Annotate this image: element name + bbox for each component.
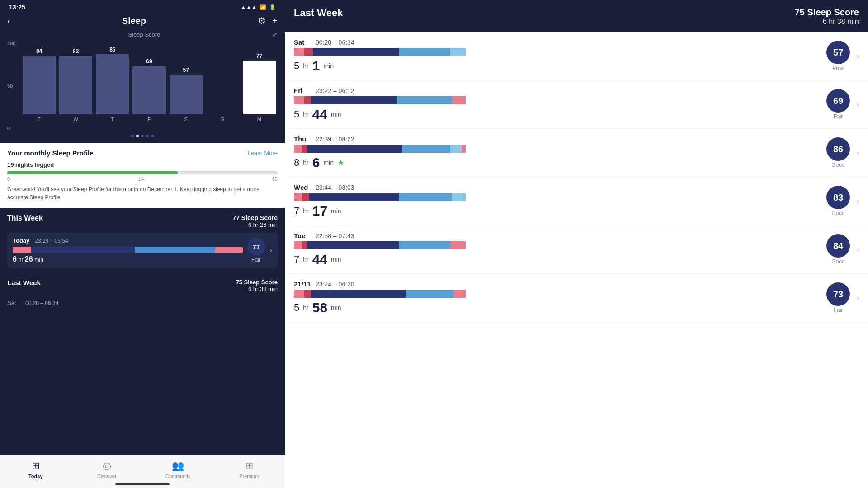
chart-area: 100 50 0 84T83W86T69F57SS77M	[7, 41, 278, 131]
progress-30: 30	[272, 176, 278, 182]
nav-community[interactable]: 👥 Community	[142, 460, 214, 479]
entry-row-wed[interactable]: Wed 23:44 – 08:03 7 hr 17 min 83	[285, 177, 868, 225]
entry-row-21-11[interactable]: 21/11 23:24 – 06:20 5 hr 58 min 73	[285, 274, 868, 322]
last-week-score-line1: 75 Sleep Score	[236, 279, 278, 286]
bar-F	[132, 66, 165, 114]
entry-min: 58	[312, 300, 327, 315]
entry-quality: Fair	[834, 113, 843, 120]
entry-day: Fri	[294, 87, 310, 94]
bar-group-s: 57S	[170, 67, 203, 122]
bar-group-w: 83W	[59, 48, 92, 122]
bar-day-S: S	[221, 117, 224, 122]
community-nav-label: Community	[165, 474, 191, 479]
entry-time-range: 23:44 – 08:03	[316, 184, 354, 191]
today-info: Today 23:29 – 06:54 6 hr	[13, 237, 243, 263]
bar-M	[243, 61, 276, 114]
entry-row-tue[interactable]: Tue 22:58 – 07:43 7 hr 44 min 84	[285, 225, 868, 274]
nights-logged: 19 nights logged	[7, 161, 278, 168]
dot-1	[131, 135, 134, 137]
entry-row-sat[interactable]: Sat 00:20 – 06:34 5 hr 1 min 57	[285, 32, 868, 80]
today-row[interactable]: Today 23:29 – 06:54 6 hr	[7, 233, 278, 268]
dot-4	[146, 135, 149, 137]
entry-sleep-bar	[294, 193, 466, 201]
expand-icon[interactable]: ⤢	[272, 31, 278, 38]
entry-min-label: min	[331, 111, 341, 118]
entry-row-thu[interactable]: Thu 22:39 – 08:22 8 hr 6 min ★ 86	[285, 129, 868, 177]
week-header: This Week 77 Sleep Score 6 hr 26 min	[7, 214, 278, 228]
entry-hrs: 5	[294, 302, 299, 314]
signal-icon: ▲▲▲	[241, 4, 257, 10]
entry-time-range: 23:22 – 06:12	[316, 87, 354, 94]
entry-hrs: 5	[294, 60, 299, 72]
progress-labels: 0 14 30	[7, 176, 278, 182]
entry-min-label: min	[323, 159, 334, 166]
premium-nav-label: Premium	[239, 474, 259, 479]
right-panel-score: 75 Sleep Score 6 hr 38 min	[795, 7, 859, 26]
bar-day-S: S	[184, 117, 187, 122]
today-chevron: ›	[270, 246, 272, 254]
entry-min-label: min	[331, 207, 341, 215]
entry-min: 44	[312, 107, 327, 122]
dot-3	[141, 135, 144, 137]
entry-sleep-bar	[294, 290, 466, 298]
last-week-title: Last Week	[7, 279, 41, 292]
entry-score-group: 69 Fair	[826, 89, 850, 120]
nav-today[interactable]: ⊞ Today	[0, 460, 71, 479]
entry-row-fri[interactable]: Fri 23:22 – 06:12 5 hr 44 min 69	[285, 80, 868, 129]
today-quality: Fair	[251, 257, 261, 263]
bar-T	[23, 56, 56, 114]
bar-day-T: T	[38, 117, 41, 122]
entry-hrs: 7	[294, 253, 299, 265]
entry-score-circle: 84	[826, 234, 850, 258]
entry-info-1: Fri 23:22 – 06:12 5 hr 44 min	[294, 87, 820, 122]
entry-chevron: ›	[856, 52, 859, 61]
bar-group-s: S	[206, 113, 239, 122]
entry-day-row: Sat 00:20 – 06:34	[294, 38, 820, 46]
entry-day-row: 21/11 23:24 – 06:20	[294, 280, 820, 288]
entry-min: 17	[312, 203, 327, 219]
entry-score-circle: 86	[826, 137, 850, 161]
progress-14: 14	[138, 176, 144, 182]
entry-chevron: ›	[856, 245, 859, 254]
entry-time-range: 23:24 – 06:20	[316, 281, 354, 288]
entry-day-row: Wed 23:44 – 08:03	[294, 183, 820, 191]
back-button[interactable]: ‹	[7, 16, 10, 26]
this-week-score-line1: 77 Sleep Score	[232, 214, 278, 221]
bar-day-M: M	[257, 117, 261, 122]
y-label-0: 0	[7, 126, 15, 131]
sleep-profile-title: Your monthly Sleep Profile	[7, 149, 94, 157]
today-duration: 6 hr 26 min	[13, 255, 243, 263]
learn-more-link[interactable]: Learn More	[248, 150, 278, 156]
nav-discover[interactable]: ◎ Discover	[71, 460, 143, 479]
bar-group-t: 84T	[23, 48, 56, 122]
phone-panel: 13:25 ▲▲▲ 📶 🔋 ‹ Sleep ⚙ + Sleep Score ⤢ …	[0, 0, 285, 488]
entry-duration-row: 8 hr 6 min ★	[294, 155, 820, 170]
entry-quality: Good	[831, 258, 844, 265]
entry-chevron: ›	[856, 293, 859, 303]
right-panel-title: Last Week	[294, 7, 343, 19]
right-score-time: 6 hr 38 min	[795, 18, 859, 26]
entry-min-label: min	[331, 304, 341, 311]
dot-indicators	[7, 135, 278, 137]
status-icons: ▲▲▲ 📶 🔋	[241, 4, 276, 10]
right-panel: Last Week 75 Sleep Score 6 hr 38 min Sat…	[285, 0, 868, 488]
discover-nav-icon: ◎	[103, 460, 111, 472]
community-nav-icon: 👥	[172, 460, 184, 472]
last-week-score-line2: 6 hr 38 min	[248, 286, 278, 292]
premium-nav-icon: ⊞	[245, 460, 253, 472]
entry-day-row: Tue 22:58 – 07:43	[294, 232, 820, 239]
add-icon[interactable]: +	[272, 16, 278, 26]
entry-hr-label: hr	[303, 159, 308, 166]
entry-score-group: 84 Good	[826, 234, 850, 265]
entry-score-circle: 57	[826, 41, 850, 64]
progress-fill	[7, 171, 178, 174]
sleep-profile-section: Your monthly Sleep Profile Learn More 19…	[0, 143, 285, 208]
this-week-score-line2: 6 hr 26 min	[248, 221, 278, 228]
right-panel-header: Last Week 75 Sleep Score 6 hr 38 min	[285, 0, 868, 32]
page-title: Sleep	[122, 16, 146, 26]
bar-T	[96, 54, 129, 114]
settings-icon[interactable]: ⚙	[258, 15, 266, 26]
nav-premium[interactable]: ⊞ Premium	[214, 460, 285, 479]
entry-hr-label: hr	[303, 62, 308, 70]
bar-score-W: 83	[73, 48, 79, 55]
